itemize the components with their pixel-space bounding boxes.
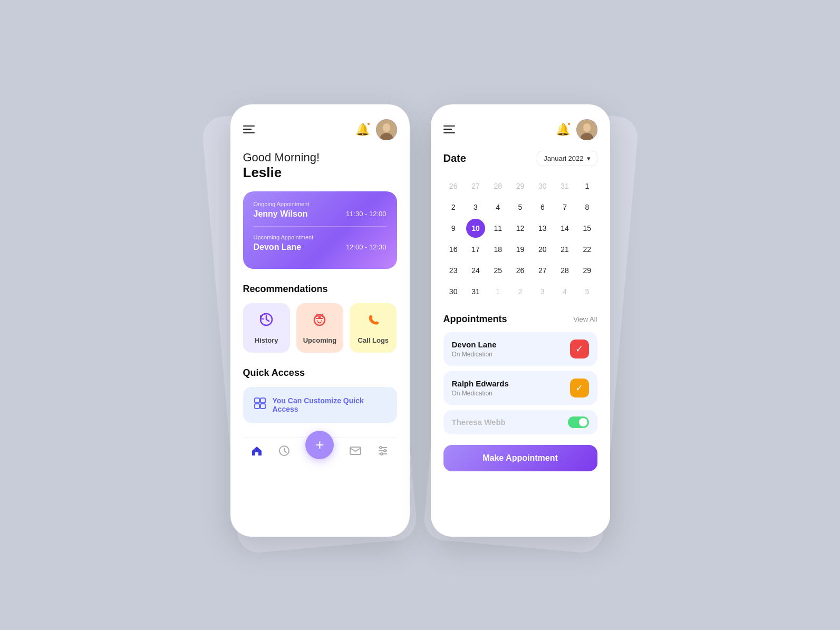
cal-day[interactable]: 9 [444,219,463,238]
cal-day[interactable]: 3 [466,198,485,217]
cal-day[interactable]: 4 [488,198,507,217]
cal-day[interactable]: 1 [488,282,507,301]
cal-day[interactable]: 11 [488,219,507,238]
header-right: 🔔 [355,119,397,140]
upcoming-time: 12:00 - 12:30 [346,243,387,251]
right-phone: 🔔 Date Ja [431,104,610,537]
right-notification-dot [567,122,571,126]
nav-home[interactable] [250,444,263,460]
cal-day[interactable]: 14 [555,219,574,238]
cal-day[interactable]: 16 [444,240,463,259]
devon-lane-name: Devon Lane [452,340,497,349]
cal-day[interactable]: 29 [577,261,596,280]
date-header: Date Januari 2022 ▾ [443,151,597,166]
cal-day[interactable]: 17 [466,240,485,259]
upcoming-label: Upcoming Appointment [254,234,387,240]
appointment-theresa-webb[interactable]: Theresa Webb [443,410,597,434]
cal-day[interactable]: 27 [533,261,552,280]
rec-calllogs-label: Call Logs [358,336,389,344]
cal-day[interactable]: 5 [577,282,596,301]
cal-day[interactable]: 13 [533,219,552,238]
quick-access-icon [254,397,266,413]
cal-day[interactable]: 27 [466,177,485,196]
rec-card-upcoming[interactable]: Upcoming [296,303,343,353]
quick-access-card[interactable]: You Can Customize Quick Access [243,387,397,423]
cal-day[interactable]: 24 [466,261,485,280]
cal-day[interactable]: 31 [555,177,574,196]
cal-day[interactable]: 5 [510,198,529,217]
ongoing-name: Jenny Wilson [254,209,308,219]
cal-day[interactable]: 2 [444,198,463,217]
cal-day[interactable]: 28 [555,261,574,280]
make-appointment-button[interactable]: Make Appointment [443,445,597,471]
cal-day[interactable]: 7 [555,198,574,217]
greeting-section: Good Morning! Leslie [243,151,397,181]
rec-upcoming-label: Upcoming [303,336,337,344]
cal-day[interactable]: 4 [555,282,574,301]
upcoming-icon [312,312,327,331]
appointment-ralph-edwards[interactable]: Ralph Edwards On Medication ✓ [443,371,597,405]
theresa-webb-name: Theresa Webb [452,418,506,427]
menu-button[interactable] [243,125,255,134]
upcoming-appointment-row: Devon Lane 12:00 - 12:30 [254,243,387,252]
appointment-divider [254,226,387,227]
appointments-header: Appointments View All [443,314,597,325]
rec-card-history[interactable]: History [243,303,290,353]
right-menu-button[interactable] [443,125,455,134]
theresa-toggle[interactable] [568,416,589,428]
nav-settings[interactable] [376,444,389,460]
right-header-right: 🔔 [556,119,597,140]
user-name: Leslie [243,164,397,181]
right-avatar[interactable] [576,119,597,140]
cal-day[interactable]: 22 [577,240,596,259]
calendar: 26 27 28 29 30 31 1 2 3 4 5 6 7 8 9 [443,177,597,301]
cal-day[interactable]: 26 [444,177,463,196]
upcoming-name: Devon Lane [254,243,302,252]
appointment-card: Ongoing Appointment Jenny Wilson 11:30 -… [243,191,397,269]
cal-day-selected[interactable]: 10 [466,219,485,238]
cal-day[interactable]: 30 [533,177,552,196]
recommendations-title: Recommendations [243,284,397,295]
appointments-title: Appointments [443,314,507,325]
cal-day[interactable]: 15 [577,219,596,238]
month-selector[interactable]: Januari 2022 ▾ [537,151,597,166]
ralph-edwards-name: Ralph Edwards [452,379,509,388]
ongoing-label: Ongoing Appointment [254,201,387,207]
cal-day[interactable]: 23 [444,261,463,280]
quick-access-title: Quick Access [243,367,397,379]
devon-lane-check[interactable]: ✓ [570,340,589,358]
right-notification-bell[interactable]: 🔔 [556,123,570,137]
notification-bell[interactable]: 🔔 [355,123,370,137]
ongoing-appointment-row: Jenny Wilson 11:30 - 12:00 [254,209,387,219]
nav-mail[interactable] [349,444,362,460]
cal-day[interactable]: 29 [510,177,529,196]
cal-day[interactable]: 12 [510,219,529,238]
cal-day[interactable]: 6 [533,198,552,217]
appointment-devon-lane[interactable]: Devon Lane On Medication ✓ [443,332,597,366]
cal-day[interactable]: 28 [488,177,507,196]
cal-day[interactable]: 26 [510,261,529,280]
view-all-button[interactable]: View All [573,315,597,323]
cal-day[interactable]: 21 [555,240,574,259]
cal-day[interactable]: 3 [533,282,552,301]
cal-day[interactable]: 2 [510,282,529,301]
notification-dot [366,122,371,126]
cal-day[interactable]: 1 [577,177,596,196]
cal-day[interactable]: 20 [533,240,552,259]
cal-day[interactable]: 18 [488,240,507,259]
svg-point-16 [384,450,386,452]
cal-day[interactable]: 8 [577,198,596,217]
left-header: 🔔 [243,119,397,140]
cal-day[interactable]: 19 [510,240,529,259]
cal-day[interactable]: 30 [444,282,463,301]
nav-history[interactable] [278,444,291,460]
fab-add-button[interactable]: + [305,431,334,459]
avatar[interactable] [376,119,397,140]
right-header: 🔔 [443,119,597,140]
cal-day[interactable]: 31 [466,282,485,301]
ralph-edwards-check[interactable]: ✓ [570,379,589,398]
date-title: Date [443,152,466,164]
rec-card-calllogs[interactable]: Call Logs [350,303,397,353]
svg-rect-9 [260,404,265,409]
cal-day[interactable]: 25 [488,261,507,280]
